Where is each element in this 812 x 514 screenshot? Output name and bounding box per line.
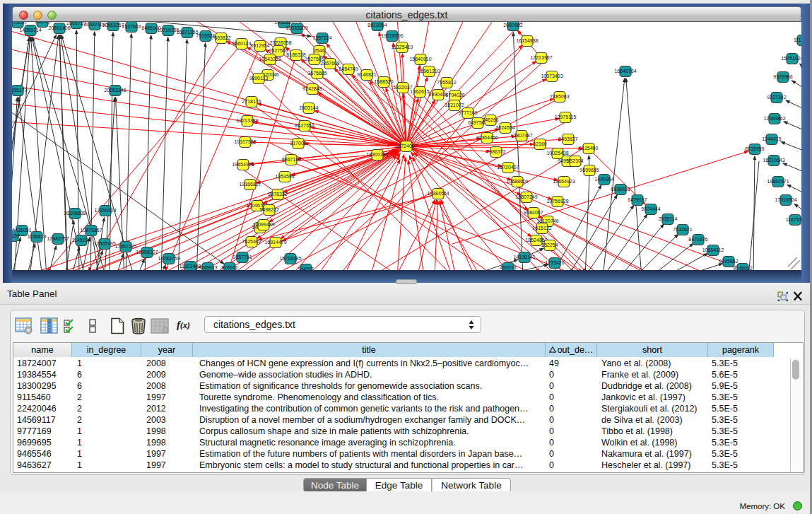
svg-text:874012: 874012 (221, 265, 237, 270)
svg-text:10958107: 10958107 (136, 250, 158, 255)
svg-text:10025438: 10025438 (546, 151, 568, 156)
svg-text:9527500: 9527500 (269, 48, 288, 53)
svg-text:10107553: 10107553 (234, 139, 256, 144)
svg-text:8427552: 8427552 (295, 123, 314, 128)
svg-text:317006: 317006 (290, 141, 306, 146)
svg-text:6473197: 6473197 (12, 22, 28, 25)
svg-text:17016504: 17016504 (775, 197, 796, 202)
svg-text:8813054: 8813054 (367, 23, 387, 28)
svg-text:9329966: 9329966 (773, 74, 792, 79)
svg-text:39159: 39159 (12, 233, 20, 238)
svg-text:5498222: 5498222 (259, 207, 278, 212)
svg-text:15720407: 15720407 (497, 165, 519, 170)
svg-text:2546: 2546 (314, 48, 325, 53)
svg-text:10688609: 10688609 (506, 179, 528, 184)
svg-text:12505135: 12505135 (93, 241, 115, 246)
svg-text:9227342: 9227342 (767, 95, 786, 100)
svg-text:9890113: 9890113 (249, 76, 269, 81)
svg-text:2935114: 2935114 (659, 216, 678, 221)
svg-text:10975867: 10975867 (80, 228, 102, 233)
svg-text:12942757: 12942757 (47, 236, 69, 241)
svg-text:17957225: 17957225 (114, 244, 136, 249)
svg-text:19756928: 19756928 (546, 199, 568, 204)
svg-text:1353594: 1353594 (275, 174, 294, 179)
svg-text:3675685: 3675685 (307, 71, 326, 76)
svg-text:1733426: 1733426 (545, 260, 564, 265)
svg-text:14136141: 14136141 (513, 255, 535, 259)
svg-text:12213967: 12213967 (530, 55, 552, 60)
svg-text:1145194: 1145194 (72, 238, 91, 243)
svg-text:19166827: 19166827 (239, 182, 261, 187)
svg-text:18300295: 18300295 (366, 152, 388, 157)
svg-text:19692971: 19692971 (767, 179, 789, 184)
svg-text:10543362: 10543362 (259, 57, 281, 62)
svg-text:9146821: 9146821 (357, 72, 376, 77)
svg-text:8660124: 8660124 (232, 41, 251, 46)
svg-text:16033809: 16033809 (286, 25, 307, 30)
svg-text:7632621: 7632621 (673, 227, 692, 232)
svg-text:8990448: 8990448 (428, 92, 447, 97)
svg-text:16154838: 16154838 (516, 38, 538, 43)
svg-text:952304: 952304 (567, 158, 583, 163)
svg-text:2718176: 2718176 (242, 99, 261, 104)
svg-text:16671355: 16671355 (176, 30, 198, 35)
svg-text:18724007: 18724007 (395, 144, 417, 148)
svg-text:7663822: 7663822 (211, 35, 230, 40)
svg-text:11325419: 11325419 (392, 45, 413, 49)
svg-text:16914479: 16914479 (264, 240, 286, 245)
svg-text:8967110: 8967110 (282, 157, 301, 162)
svg-text:1167533: 1167533 (786, 217, 801, 222)
svg-text:9084067: 9084067 (524, 210, 543, 215)
svg-text:1156819: 1156819 (28, 234, 47, 239)
svg-text:19654925: 19654925 (232, 162, 254, 167)
svg-text:17359924: 17359924 (94, 208, 116, 213)
svg-text:7625402: 7625402 (242, 239, 261, 244)
svg-text:252254: 252254 (541, 243, 558, 247)
svg-text:10654112: 10654112 (702, 247, 724, 252)
svg-text:23226058: 23226058 (269, 40, 291, 45)
svg-text:9745012: 9745012 (733, 266, 752, 270)
svg-text:9777169: 9777169 (458, 110, 477, 115)
svg-text:19218506: 19218506 (381, 33, 403, 38)
svg-text:10807487: 10807487 (510, 133, 532, 138)
svg-text:10653267: 10653267 (102, 23, 124, 28)
svg-text:14099489: 14099489 (252, 222, 274, 227)
svg-text:9374444: 9374444 (641, 206, 660, 211)
svg-text:1615132: 1615132 (532, 226, 551, 230)
svg-text:1588520: 1588520 (374, 79, 393, 84)
svg-text:1621072: 1621072 (445, 103, 464, 107)
svg-text:12093862: 12093862 (763, 116, 785, 121)
svg-text:16961210: 16961210 (418, 69, 440, 74)
svg-text:20364456: 20364456 (476, 135, 498, 140)
svg-text:15751024: 15751024 (781, 56, 801, 61)
svg-text:20053346: 20053346 (104, 88, 126, 93)
svg-text:8878332: 8878332 (268, 192, 287, 197)
svg-text:20206538: 20206538 (64, 211, 86, 216)
svg-text:8186328: 8186328 (286, 52, 305, 57)
svg-text:1527602: 1527602 (122, 24, 141, 29)
svg-text:16782759: 16782759 (158, 256, 180, 261)
svg-text:8215955: 8215955 (745, 146, 764, 151)
svg-text:9699695: 9699695 (579, 168, 599, 173)
svg-text:16648784: 16648784 (614, 69, 636, 74)
svg-text:8938923: 8938923 (611, 187, 630, 192)
svg-text:19654923: 19654923 (553, 179, 575, 184)
svg-text:2803144: 2803144 (299, 105, 318, 110)
svg-text:18807249: 18807249 (515, 194, 537, 199)
svg-text:2655170: 2655170 (12, 88, 28, 93)
svg-text:19384554: 19384554 (427, 191, 449, 196)
svg-text:2087682: 2087682 (503, 23, 522, 28)
svg-text:15640910: 15640910 (409, 57, 431, 62)
svg-text:9245652: 9245652 (719, 259, 738, 264)
svg-text:9857791: 9857791 (233, 255, 252, 259)
svg-text:1362615: 1362615 (410, 89, 429, 94)
svg-text:8454749: 8454749 (339, 66, 358, 71)
svg-text:9463627: 9463627 (558, 136, 577, 141)
svg-text:16210643: 16210643 (763, 158, 784, 163)
svg-text:7986372: 7986372 (486, 149, 505, 154)
svg-text:20691406: 20691406 (48, 25, 70, 30)
svg-text:1006337: 1006337 (274, 22, 293, 25)
svg-text:10973493: 10973493 (541, 74, 563, 78)
svg-text:2867608: 2867608 (320, 61, 339, 66)
svg-text:452013: 452013 (500, 265, 516, 270)
